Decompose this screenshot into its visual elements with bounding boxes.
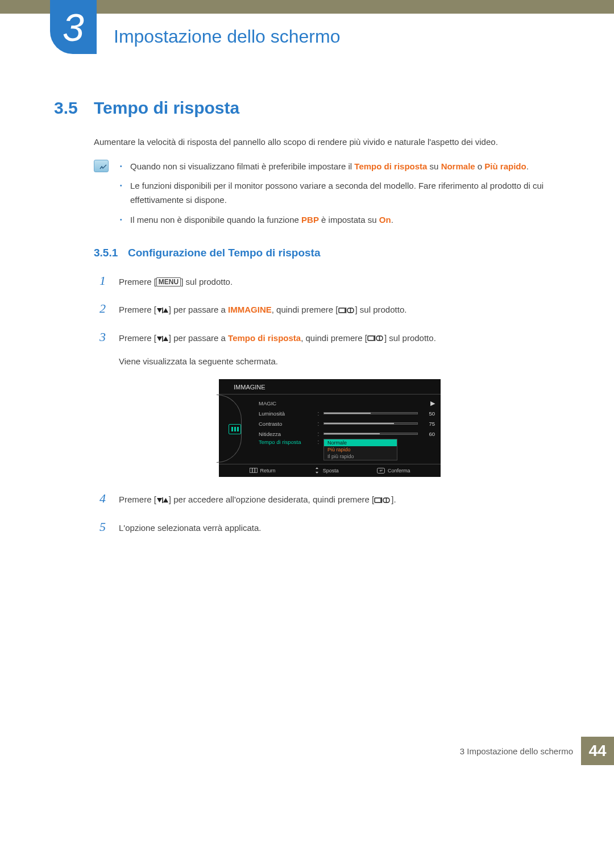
note-text: su	[427, 161, 441, 171]
osd-footer-label: Conferma	[388, 468, 410, 474]
osd-dropdown-option-selected: Normale	[324, 439, 397, 446]
source-enter-icon	[374, 497, 391, 504]
osd-footer-conferma: Conferma	[377, 467, 410, 474]
osd-footer-sposta: Sposta	[314, 467, 339, 474]
step-text: , quindi premere [	[301, 333, 367, 343]
osd-label: MAGIC	[259, 400, 313, 406]
osd-row-contrasto: Contrasto : 75	[259, 418, 435, 429]
osd-row-magic: MAGIC ▶	[259, 398, 435, 408]
osd-label: Luminosità	[259, 410, 313, 417]
svg-rect-23	[375, 498, 381, 502]
note-block: Quando non si visualizzano filmati è pre…	[94, 160, 560, 233]
step-text: ] per passare a	[169, 333, 228, 343]
chapter-number-badge: 3	[50, 0, 97, 54]
step-number: 5	[99, 516, 119, 538]
osd-label: Contrasto	[259, 421, 313, 427]
osd-row-luminosita: Luminosità : 50	[259, 408, 435, 418]
step-text: , quindi premere [	[272, 305, 338, 314]
section-header: 3.5 Tempo di risposta	[54, 98, 560, 118]
svg-marker-0	[157, 308, 162, 313]
step-number: 2	[99, 297, 119, 320]
step-term: Tempo di risposta	[228, 333, 301, 343]
osd-value: 75	[420, 421, 435, 427]
footer-chapter-label: 3 Impostazione dello schermo	[460, 737, 581, 765]
step-3: 3 Premere [] per passare a Tempo di risp…	[99, 326, 560, 348]
svg-rect-1	[162, 308, 163, 313]
osd-footer-label: Return	[260, 468, 276, 474]
svg-marker-20	[157, 498, 162, 502]
note-text: Il menu non è disponibile quando la funz…	[130, 215, 301, 225]
step-text: ] sul prodotto.	[355, 305, 407, 314]
note-item: Quando non si visualizzano filmati è pre…	[120, 160, 560, 174]
note-term: Tempo di risposta	[354, 161, 427, 171]
step-text: ] sul prodotto.	[384, 333, 436, 343]
svg-marker-22	[163, 498, 168, 502]
osd-dropdown-option: Più rapido	[324, 446, 397, 453]
step-text: ] sul prodotto.	[181, 277, 233, 286]
move-icon	[314, 467, 320, 474]
section-title: Tempo di risposta	[94, 98, 239, 118]
subsection-title: Configurazione del Tempo di risposta	[128, 247, 321, 259]
osd-label-selected: Tempo di risposta	[259, 439, 313, 445]
chapter-title: Impostazione dello schermo	[114, 26, 340, 47]
osd-row-tempo: Tempo di risposta : Normale Più rapido I…	[259, 439, 435, 460]
step-text: ] per passare a	[169, 305, 228, 314]
osd-arrow-icon: ▶	[425, 400, 435, 407]
svg-rect-4	[345, 308, 346, 313]
footer-page-number: 44	[581, 737, 614, 765]
section-number: 3.5	[54, 98, 94, 118]
osd-footer: Return Sposta Conferma	[219, 464, 441, 475]
osd-value: 60	[420, 431, 435, 437]
svg-marker-17	[316, 467, 318, 469]
menu-button-label: MENU	[156, 277, 181, 286]
osd-title: IMMAGINE	[219, 384, 441, 394]
return-icon	[250, 468, 258, 473]
note-text: .	[391, 215, 393, 225]
step-text: ].	[391, 495, 396, 504]
svg-marker-2	[163, 308, 168, 313]
step-4: 4 Premere [] per accedere all'opzione de…	[99, 487, 560, 510]
step-text: Premere [	[119, 305, 156, 314]
svg-rect-16	[255, 468, 257, 473]
svg-rect-21	[162, 497, 163, 503]
note-text: .	[526, 161, 529, 171]
step-1: 1 Premere [MENU] sul prodotto.	[99, 269, 560, 292]
note-item: Le funzioni disponibili per il monitor p…	[120, 179, 560, 207]
step-number: 1	[99, 269, 119, 292]
svg-rect-8	[162, 336, 163, 342]
svg-rect-15	[252, 468, 255, 473]
subsection-number: 3.5.1	[94, 247, 128, 259]
step-number: 4	[99, 487, 119, 510]
osd-dropdown-option: Il più rapido	[324, 453, 397, 460]
note-text: Quando non si visualizzano filmati è pre…	[130, 161, 354, 171]
main-content: 3.5 Tempo di risposta Aumentare la veloc…	[0, 47, 614, 566]
note-text: è impostata su	[319, 215, 379, 225]
down-up-arrow-icon	[156, 497, 169, 504]
step-text: Premere [	[119, 495, 156, 504]
osd-screenshot: IMMAGINE MAGIC ▶ Luminosità :	[219, 379, 441, 477]
osd-dropdown: Normale Più rapido Il più rapido	[323, 439, 397, 460]
osd-label: Nitidezza	[259, 431, 313, 437]
svg-rect-24	[381, 497, 383, 503]
svg-marker-7	[157, 337, 162, 341]
osd-footer-label: Sposta	[323, 468, 339, 474]
svg-rect-11	[374, 335, 375, 341]
page-footer: 3 Impostazione dello schermo 44	[0, 737, 614, 765]
note-term: On	[379, 215, 391, 225]
step-5: 5 L'opzione selezionata verrà applicata.	[99, 516, 560, 538]
step-text: L'opzione selezionata verrà applicata.	[119, 520, 560, 535]
down-up-arrow-icon	[156, 307, 169, 314]
osd-picture-icon	[229, 424, 241, 434]
step-number: 3	[99, 326, 119, 348]
step-3-note: Viene visualizzata la seguente schermata…	[119, 354, 560, 369]
osd-value: 50	[420, 410, 435, 417]
enter-icon	[377, 468, 385, 474]
step-text: Premere [	[119, 277, 156, 286]
note-item: Il menu non è disponibile quando la funz…	[120, 213, 560, 227]
osd-footer-return: Return	[250, 467, 276, 474]
svg-rect-14	[250, 468, 252, 473]
step-text: Premere [	[119, 333, 156, 343]
step-term: IMMAGINE	[228, 305, 272, 314]
note-text: o	[475, 161, 485, 171]
intro-paragraph: Aumentare la velocità di risposta del pa…	[94, 135, 560, 149]
